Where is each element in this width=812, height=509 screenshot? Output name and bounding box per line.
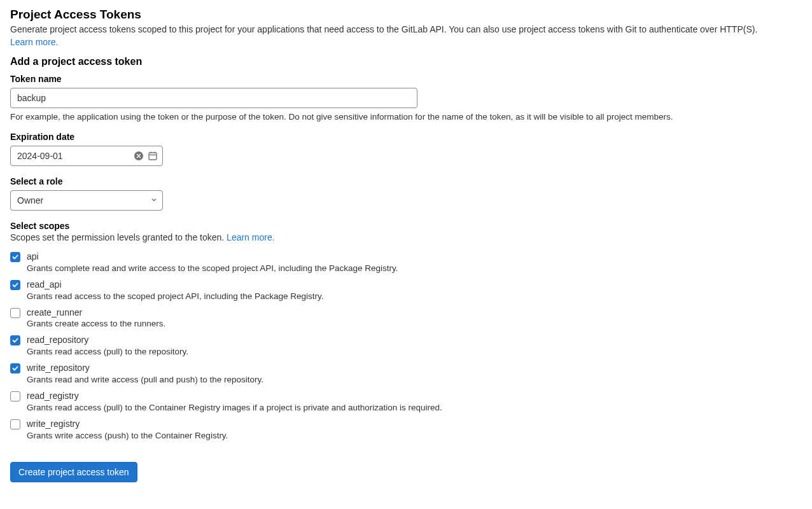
role-label: Select a role — [10, 176, 802, 186]
scope-name-label: read_api — [27, 279, 324, 290]
scope-checkbox-read_api[interactable] — [10, 280, 20, 290]
scope-description: Grants read and write access (pull and p… — [27, 375, 263, 384]
token-name-field-block: Token name For example, the application … — [10, 74, 802, 122]
clear-date-icon[interactable] — [134, 151, 144, 161]
scope-description: Grants read access to the scoped project… — [27, 291, 324, 301]
scope-row-write_registry: write_registryGrants write access (push)… — [10, 419, 802, 440]
section-title-add-token: Add a project access token — [10, 56, 802, 67]
scope-row-read_api: read_apiGrants read access to the scoped… — [10, 279, 802, 301]
role-field-block: Select a role Owner — [10, 176, 802, 211]
scope-description: Grants read access (pull) to the reposit… — [27, 347, 188, 356]
scope-checkbox-write_registry[interactable] — [10, 419, 20, 429]
expiration-label: Expiration date — [10, 132, 802, 142]
scope-row-api: apiGrants complete read and write access… — [10, 251, 802, 273]
scope-checkbox-api[interactable] — [10, 252, 20, 262]
scope-checkbox-read_repository[interactable] — [10, 335, 20, 345]
scope-name-label: write_registry — [27, 419, 228, 429]
scopes-learn-more-link[interactable]: Learn more. — [227, 232, 274, 242]
scope-name-label: write_repository — [27, 363, 263, 373]
token-name-help: For example, the application using the t… — [10, 112, 802, 122]
learn-more-link[interactable]: Learn more. — [10, 37, 58, 47]
token-name-input[interactable] — [10, 88, 417, 108]
token-name-label: Token name — [10, 74, 802, 84]
scope-checkbox-create_runner[interactable] — [10, 308, 20, 318]
scope-name-label: read_repository — [27, 335, 188, 345]
page-description: Generate project access tokens scoped to… — [10, 24, 802, 34]
calendar-icon[interactable] — [148, 151, 158, 161]
role-select[interactable]: Owner — [10, 190, 163, 211]
scope-name-label: read_registry — [27, 391, 442, 401]
scope-description: Grants read access (pull) to the Contain… — [27, 403, 442, 412]
scope-row-write_repository: write_repositoryGrants read and write ac… — [10, 363, 802, 384]
scope-row-create_runner: create_runnerGrants create access to the… — [10, 307, 802, 329]
expiration-field-block: Expiration date — [10, 132, 802, 166]
scopes-description: Scopes set the permission levels granted… — [10, 232, 802, 242]
scope-description: Grants complete read and write access to… — [27, 263, 398, 273]
scope-checkbox-write_repository[interactable] — [10, 363, 20, 373]
scope-checkbox-read_registry[interactable] — [10, 391, 20, 401]
svg-rect-1 — [149, 153, 157, 160]
scope-name-label: api — [27, 251, 398, 262]
scope-description: Grants write access (push) to the Contai… — [27, 431, 228, 440]
scope-row-read_repository: read_repositoryGrants read access (pull)… — [10, 335, 802, 356]
scope-name-label: create_runner — [27, 307, 165, 318]
scope-description: Grants create access to the runners. — [27, 319, 165, 328]
scope-row-read_registry: read_registryGrants read access (pull) t… — [10, 391, 802, 412]
create-token-button[interactable]: Create project access token — [10, 462, 137, 482]
scopes-field-block: Select scopes Scopes set the permission … — [10, 221, 802, 440]
page-title: Project Access Tokens — [10, 8, 802, 22]
scopes-heading: Select scopes — [10, 221, 802, 231]
